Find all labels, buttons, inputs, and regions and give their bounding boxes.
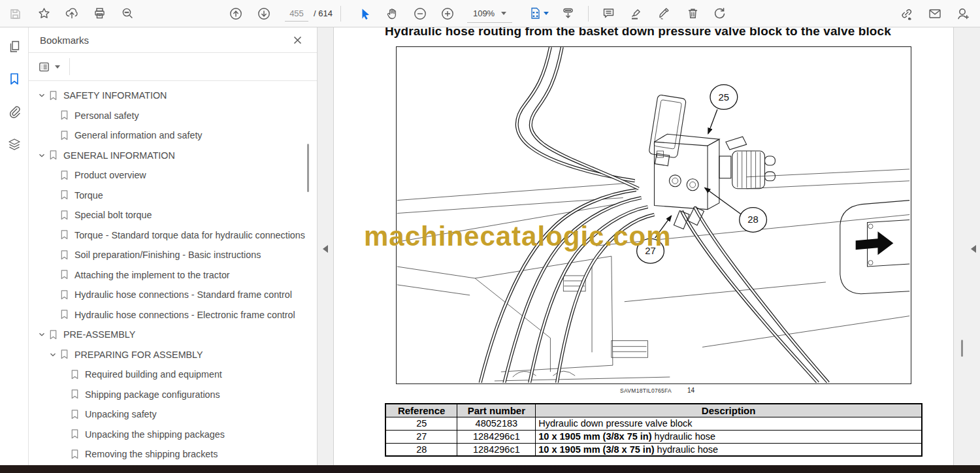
hydraulic-diagram: 25 28 27 xyxy=(397,47,910,383)
search-button[interactable] xyxy=(116,3,139,25)
electrical-connector xyxy=(719,137,776,189)
svg-text:28: 28 xyxy=(747,214,759,225)
bookmark-item[interactable]: Hydraulic hose connections - Standard fr… xyxy=(29,285,317,305)
technical-diagram-figure: 25 28 27 xyxy=(396,46,911,384)
save-button[interactable] xyxy=(4,3,26,25)
bookmarks-tab[interactable] xyxy=(6,71,23,88)
layers-tab[interactable] xyxy=(6,136,23,153)
upload-cloud-icon xyxy=(65,7,79,21)
bookmark-item[interactable]: Special bolt torque xyxy=(29,205,317,225)
bookmark-glyph-icon xyxy=(70,389,85,400)
bookmark-item-label: Special bolt torque xyxy=(74,210,152,220)
bookmark-item-label: Removing the shipping brackets xyxy=(85,449,218,459)
bookmark-item[interactable]: SAFETY INFORMATION xyxy=(29,86,317,106)
direction-arrow xyxy=(856,231,894,255)
reference-cell: 28 xyxy=(385,443,457,456)
rotate-button[interactable] xyxy=(708,3,730,25)
zoom-in-button[interactable] xyxy=(436,3,459,25)
collapse-right-panel-handle[interactable] xyxy=(971,245,976,253)
options-list-icon xyxy=(38,61,50,73)
next-page-button[interactable] xyxy=(253,3,275,25)
bookmark-glyph-icon xyxy=(59,269,74,280)
table-row: 28 1284296c1 10 x 1905 mm (3/8 x 75 in) … xyxy=(385,443,922,456)
zoom-level-dropdown[interactable]: 109% xyxy=(467,5,512,23)
column-header: Description xyxy=(536,404,922,417)
bookmark-item[interactable]: Product overview xyxy=(29,165,317,186)
bookmark-item-label: Personal safety xyxy=(74,110,139,121)
paperclip-icon xyxy=(7,105,22,119)
document-area: Hydraulic hose routing from the basket d… xyxy=(318,27,980,465)
bookmark-item[interactable]: PRE-ASSEMBLY xyxy=(29,325,317,345)
trash-icon xyxy=(686,7,700,20)
share-upload-button[interactable] xyxy=(61,3,83,25)
select-tool-button[interactable] xyxy=(354,3,376,25)
email-button[interactable] xyxy=(924,3,946,25)
zoom-out-button[interactable] xyxy=(409,3,431,25)
bookmark-item[interactable]: GENERAL INFORMATION xyxy=(29,146,317,166)
comment-button[interactable] xyxy=(597,3,619,25)
fit-page-button[interactable] xyxy=(524,3,553,25)
scrolling-mode-icon xyxy=(561,7,575,20)
bookmark-item[interactable]: Unpacking the shipping packages xyxy=(29,425,317,445)
star-favorite-button[interactable] xyxy=(33,3,55,25)
description-cell: Hydraulic down pressure valve block xyxy=(536,417,922,430)
chevron-down-icon[interactable] xyxy=(35,91,48,99)
bookmark-item[interactable]: Attaching the implement to the tractor xyxy=(29,265,317,285)
close-panel-button[interactable] xyxy=(289,32,305,48)
bookmark-item[interactable]: Hydraulic hose connections - Electronic … xyxy=(29,305,317,325)
bookmark-item[interactable]: Required building and equipment xyxy=(29,365,317,385)
cursor-arrow-icon xyxy=(359,7,372,20)
sign-button[interactable] xyxy=(653,3,675,25)
reference-cell: 27 xyxy=(385,430,457,443)
chevron-down-icon[interactable] xyxy=(46,351,59,359)
share-link-button[interactable] xyxy=(896,3,918,25)
document-scrollbar-thumb[interactable] xyxy=(961,340,963,357)
link-icon xyxy=(900,7,914,21)
bookmarks-options-menu[interactable] xyxy=(38,61,60,73)
bookmark-item-label: Hydraulic hose connections - Standard fr… xyxy=(74,289,292,300)
print-button[interactable] xyxy=(88,3,110,25)
panel-scrollbar-thumb[interactable] xyxy=(307,144,309,192)
add-user-button[interactable] xyxy=(952,3,974,25)
part-number-cell: 1284296c1 xyxy=(457,443,536,456)
search-icon xyxy=(121,7,135,20)
pdf-page: Hydraulic hose routing from the basket d… xyxy=(333,27,954,465)
bookmark-glyph-icon xyxy=(70,449,85,460)
bookmark-item-label: Torque xyxy=(74,190,103,201)
bookmark-glyph-icon xyxy=(70,369,85,380)
highlight-button[interactable] xyxy=(625,3,647,25)
bookmark-item[interactable]: Torque xyxy=(29,186,317,206)
star-icon xyxy=(37,7,51,20)
previous-page-button[interactable] xyxy=(225,3,247,25)
bookmark-item-label: General information and safety xyxy=(74,130,203,140)
page-number-input[interactable] xyxy=(285,6,308,22)
chevron-down-icon[interactable] xyxy=(35,152,48,159)
bookmark-item[interactable]: Torque - Standard torque data for hydrau… xyxy=(29,225,317,246)
bookmark-item[interactable]: Shipping package configurations xyxy=(29,385,317,405)
bookmark-item[interactable]: Personal safety xyxy=(29,106,317,126)
bookmark-item[interactable]: Soil preparation/Finishing - Basic instr… xyxy=(29,245,317,265)
scrolling-mode-button[interactable] xyxy=(557,3,579,25)
bookmark-item[interactable]: Unpacking safety xyxy=(29,404,317,425)
options-separator xyxy=(69,58,70,75)
bookmark-glyph-icon xyxy=(59,210,74,221)
print-icon xyxy=(93,7,106,20)
bookmark-item-label: PREPARING FOR ASSEMBLY xyxy=(74,350,203,360)
page-total-label: / 614 xyxy=(314,8,333,18)
collapse-left-panel-handle[interactable] xyxy=(323,245,328,253)
chevron-down-icon[interactable] xyxy=(35,331,48,338)
bookmark-item-label: Unpacking safety xyxy=(85,409,157,419)
toolbar-separator xyxy=(340,6,341,22)
bookmark-item[interactable]: General information and safety xyxy=(29,125,317,146)
page-thumbnails-tab[interactable] xyxy=(6,38,23,55)
attachments-tab[interactable] xyxy=(6,103,23,120)
delete-button[interactable] xyxy=(681,3,704,25)
bookmark-glyph-icon xyxy=(48,329,63,340)
bookmark-item-label: Required building and equipment xyxy=(85,369,222,380)
chevron-down-icon xyxy=(544,12,549,15)
bookmark-item[interactable]: Removing the shipping brackets xyxy=(29,444,317,465)
hand-tool-button[interactable] xyxy=(381,3,403,25)
bookmark-item[interactable]: PREPARING FOR ASSEMBLY xyxy=(29,345,317,365)
bookmark-item-label: GENERAL INFORMATION xyxy=(63,150,175,161)
figure-caption: SAVM18TIL0765FA 14 xyxy=(620,387,694,394)
